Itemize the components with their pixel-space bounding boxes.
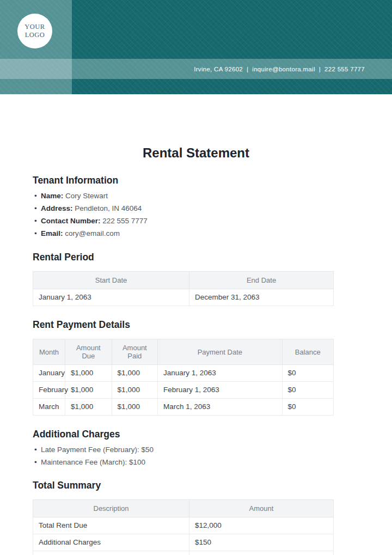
- table-cell: $12,000: [189, 517, 334, 534]
- company-logo: YOUR LOGO: [17, 14, 52, 48]
- header-contact-band: Irvine, CA 92602 | inquire@bontora.mail …: [0, 59, 392, 79]
- table-header-cell: Payment Date: [158, 339, 283, 365]
- document-body: Tenant Information Name: Cory Stewart Ad…: [33, 175, 334, 555]
- table-row: January $1,000 $1,000 January 1, 2063 $0: [33, 365, 334, 382]
- header-banner: Irvine, CA 92602 | inquire@bontora.mail …: [0, 0, 392, 94]
- table-cell: January: [33, 365, 65, 382]
- table-cell: $150: [189, 534, 334, 551]
- total-summary-heading: Total Summary: [33, 480, 334, 491]
- table-cell: March 1, 2063: [158, 399, 283, 416]
- additional-charge-item: Late Payment Fee (February): $50: [34, 443, 334, 456]
- table-cell: December 31, 2063: [189, 289, 334, 306]
- table-row: Total Rent Due $12,000: [33, 517, 334, 534]
- tenant-info-value: 222 555 7777: [102, 217, 148, 225]
- table-cell: Additional Charges: [33, 534, 189, 551]
- table-header-cell: Month: [33, 339, 65, 365]
- tenant-info-value: Pendleton, IN 46064: [75, 204, 142, 212]
- table-header-cell: Start Date: [33, 272, 189, 289]
- table-cell: Total Rent Due: [33, 517, 189, 534]
- table-cell: January 1, 2063: [158, 365, 283, 382]
- table-cell: March: [33, 399, 65, 416]
- table-cell: $12,150: [189, 551, 334, 555]
- table-header-cell: End Date: [189, 272, 334, 289]
- tenant-info-label: Name:: [41, 192, 63, 200]
- table-header-cell: Balance: [282, 339, 333, 365]
- document-title: Rental Statement: [0, 145, 392, 161]
- tenant-info-list: Name: Cory Stewart Address: Pendleton, I…: [34, 190, 334, 240]
- table-row: January 1, 2063 December 31, 2063: [33, 289, 334, 306]
- table-cell: $1,000: [65, 365, 112, 382]
- table-header-row: Month Amount Due Amount Paid Payment Dat…: [33, 339, 334, 365]
- table-cell: February: [33, 382, 65, 399]
- table-row: March $1,000 $1,000 March 1, 2063 $0: [33, 399, 334, 416]
- additional-charge-item: Maintenance Fee (March): $100: [34, 456, 334, 468]
- table-header-cell: Amount Paid: [112, 339, 157, 365]
- table-header-row: Description Amount: [33, 500, 334, 517]
- tenant-info-label: Contact Number:: [41, 217, 101, 225]
- table-cell: $1,000: [65, 382, 112, 399]
- rent-payment-details-heading: Rent Payment Details: [33, 319, 334, 330]
- table-header-row: Start Date End Date: [33, 272, 334, 289]
- logo-text-line1: YOUR: [24, 23, 45, 31]
- tenant-info-label: Email:: [41, 229, 63, 237]
- table-header-cell: Amount Due: [65, 339, 112, 365]
- additional-charges-list: Late Payment Fee (February): $50 Mainten…: [34, 443, 334, 468]
- tenant-info-item: Address: Pendleton, IN 46064: [34, 202, 334, 215]
- tenant-info-value: cory@email.com: [65, 229, 120, 237]
- contact-info-text: Irvine, CA 92602 | inquire@bontora.mail …: [194, 66, 365, 72]
- table-cell: $0: [282, 382, 333, 399]
- table-cell: $1,000: [65, 399, 112, 416]
- tenant-info-value: Cory Stewart: [65, 192, 108, 200]
- rental-period-table: Start Date End Date January 1, 2063 Dece…: [33, 271, 334, 306]
- table-row: February $1,000 $1,000 February 1, 2063 …: [33, 382, 334, 399]
- table-cell: $0: [282, 365, 333, 382]
- rental-period-heading: Rental Period: [33, 252, 334, 263]
- table-cell: $1,000: [112, 399, 157, 416]
- table-cell: $1,000: [112, 382, 157, 399]
- rent-payment-details-table: Month Amount Due Amount Paid Payment Dat…: [33, 339, 334, 416]
- tenant-info-item: Email: cory@email.com: [34, 227, 334, 240]
- table-cell: $0: [282, 399, 333, 416]
- additional-charges-heading: Additional Charges: [33, 429, 334, 440]
- total-summary-table: Description Amount Total Rent Due $12,00…: [33, 499, 334, 555]
- table-row: Total Amount Paid $12,150: [33, 551, 334, 555]
- table-cell: January 1, 2063: [33, 289, 189, 306]
- table-cell: February 1, 2063: [158, 382, 283, 399]
- table-header-cell: Description: [33, 500, 189, 517]
- tenant-info-heading: Tenant Information: [33, 175, 334, 186]
- table-cell: Total Amount Paid: [33, 551, 189, 555]
- tenant-info-item: Name: Cory Stewart: [34, 190, 334, 202]
- table-header-cell: Amount: [189, 500, 334, 517]
- tenant-info-label: Address:: [41, 204, 73, 212]
- tenant-info-item: Contact Number: 222 555 7777: [34, 215, 334, 227]
- table-cell: $1,000: [112, 365, 157, 382]
- logo-text-line2: LOGO: [25, 31, 45, 39]
- table-row: Additional Charges $150: [33, 534, 334, 551]
